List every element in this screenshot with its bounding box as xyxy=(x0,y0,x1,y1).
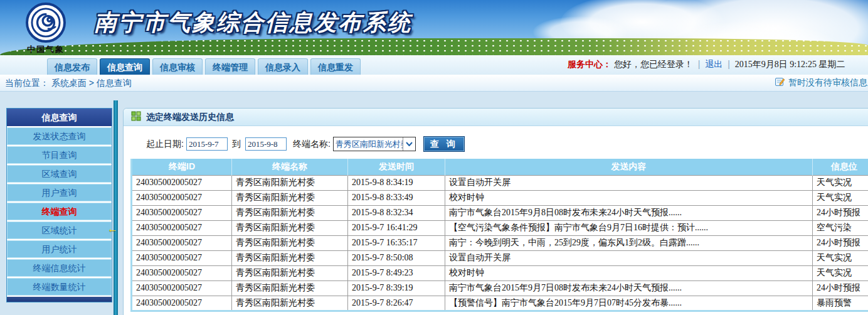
table-row: 240305002005027 青秀区南阳新光村委 2015-9-7 16:41… xyxy=(132,220,868,235)
cell-terminal-id: 240305002005027 xyxy=(132,190,232,205)
breadcrumb-path: 系统桌面 > 信息查询 xyxy=(51,78,132,88)
history-table: 终端ID 终端名称 发送时间 发送内容 信息位 240305002005027 … xyxy=(130,159,868,312)
cell-send-content: 南宁市气象台2015年9月8日08时发布未来24小时天气预报...... xyxy=(445,205,813,220)
cell-send-time: 2015-9-7 8:39:19 xyxy=(348,280,445,296)
cell-info-type: 空气污染 xyxy=(813,220,868,235)
nav-tabs: 信息发布 信息查询 信息审核 终端管理 信息录入 信息重发 xyxy=(47,58,361,75)
table-row: 240305002005027 青秀区南阳新光村委 2015-9-8 8:32:… xyxy=(132,205,868,220)
sidebar-divider: ← xyxy=(114,100,118,315)
cell-send-content: 南宁：今晚到明天，中雨，25到29度，偏东风1到2级。白露蹭...... xyxy=(445,235,813,250)
main-panel: 选定终端发送历史信息 起止日期: 到 终端名称: 青秀区南阳新光村委 查 询 终… xyxy=(123,108,868,315)
sidebar-item-terminal-info-stats[interactable]: 终端信息统计 xyxy=(7,259,112,277)
grass-decor xyxy=(0,38,868,55)
cell-send-content: 校对时钟 xyxy=(445,265,813,280)
cell-terminal-id: 240305002005027 xyxy=(132,235,232,250)
cell-send-content: 【空气污染气象条件预报】南宁市气象台9月7日16时提供：预计...... xyxy=(445,220,813,235)
table-header-row: 终端ID 终端名称 发送时间 发送内容 信息位 xyxy=(132,159,868,175)
tab-info-resend[interactable]: 信息重发 xyxy=(310,58,361,75)
logo: 中国气象 xyxy=(11,3,80,55)
login-greeting: 您好，您已经登录！ xyxy=(614,59,693,69)
cell-send-time: 2015-9-8 8:34:19 xyxy=(348,175,445,190)
date-range-label: 起止日期: xyxy=(146,139,184,150)
cell-send-content: 设置自动开关屏 xyxy=(445,250,813,265)
cell-info-type: 暴雨预警 xyxy=(813,296,868,311)
sidebar-item-region-stats[interactable]: 区域统计 xyxy=(7,222,112,239)
breadcrumb-bar: 当前位置： 系统桌面 > 信息查询 暂时没有待审核信息 xyxy=(0,75,868,92)
cell-send-time: 2015-9-7 8:26:47 xyxy=(348,296,445,311)
cell-terminal-name: 青秀区南阳新光村委 xyxy=(232,190,348,205)
sidebar: 信息查询 发送状态查询 节目查询 区域查询 用户查询 终端查询 区域统计 用户统… xyxy=(6,108,112,302)
table-row: 240305002005027 青秀区南阳新光村委 2015-9-7 8:39:… xyxy=(132,280,868,296)
cell-terminal-id: 240305002005027 xyxy=(132,220,232,235)
cell-terminal-id: 240305002005027 xyxy=(132,250,232,265)
cell-terminal-name: 青秀区南阳新光村委 xyxy=(232,296,348,311)
separator: | xyxy=(698,59,701,69)
to-label: 到 xyxy=(232,139,241,150)
chevron-down-icon xyxy=(403,137,415,151)
audit-notice-text: 暂时没有待审核信息 xyxy=(788,77,867,88)
terminal-select-value: 青秀区南阳新光村委 xyxy=(334,139,403,150)
tab-info-audit[interactable]: 信息审核 xyxy=(152,58,203,75)
terminal-select[interactable]: 青秀区南阳新光村委 xyxy=(333,137,416,151)
logo-text: 中国气象 xyxy=(11,44,80,55)
tab-terminal-manage[interactable]: 终端管理 xyxy=(205,58,255,75)
sidebar-item-region-query[interactable]: 区域查询 xyxy=(7,165,112,183)
audit-notice: 暂时没有待审核信息 xyxy=(775,77,867,88)
cell-send-time: 2015-9-8 8:32:34 xyxy=(348,205,445,220)
breadcrumb: 当前位置： 系统桌面 > 信息查询 xyxy=(5,78,132,89)
cell-send-time: 2015-9-8 8:33:49 xyxy=(348,190,445,205)
cell-send-time: 2015-9-7 16:41:29 xyxy=(348,220,445,235)
logout-link[interactable]: 退出 xyxy=(705,59,722,69)
date-from-input[interactable] xyxy=(186,137,228,151)
col-terminal-name: 终端名称 xyxy=(232,159,348,175)
grid-icon xyxy=(131,111,141,124)
table-row: 240305002005027 青秀区南阳新光村委 2015-9-7 8:49:… xyxy=(132,265,868,280)
cell-terminal-id: 240305002005027 xyxy=(132,296,232,311)
query-button[interactable]: 查 询 xyxy=(423,136,465,152)
cell-terminal-name: 青秀区南阳新光村委 xyxy=(232,220,348,235)
breadcrumb-label: 当前位置： xyxy=(5,78,49,88)
sidebar-item-user-stats[interactable]: 用户统计 xyxy=(7,240,112,258)
cell-info-type: 天气实况 xyxy=(813,190,868,205)
cell-send-content: 设置自动开关屏 xyxy=(445,175,813,190)
table-row: 240305002005027 青秀区南阳新光村委 2015-9-8 8:33:… xyxy=(132,190,868,205)
col-info-type: 信息位 xyxy=(813,159,868,175)
cell-info-type: 24小时预报 xyxy=(813,280,868,296)
table-head: 终端ID 终端名称 发送时间 发送内容 信息位 xyxy=(132,159,868,175)
datetime-display: 2015年9月8日 9:12:25 星期二 xyxy=(735,60,845,69)
tab-info-publish[interactable]: 信息发布 xyxy=(47,58,97,75)
sidebar-item-program-query[interactable]: 节目查询 xyxy=(7,146,112,164)
terminal-name-label: 终端名称: xyxy=(293,139,331,150)
cell-terminal-name: 青秀区南阳新光村委 xyxy=(232,235,348,250)
header-banner: 中国气象 南宁市气象综合信息发布系统 xyxy=(0,0,868,55)
query-form: 起止日期: 到 终端名称: 青秀区南阳新光村委 查 询 xyxy=(146,136,868,152)
cell-info-type: 天气实况 xyxy=(813,175,868,190)
date-to-input[interactable] xyxy=(245,137,287,151)
collapse-arrow-icon[interactable]: ← xyxy=(107,225,118,233)
notepad-icon xyxy=(775,77,785,88)
cell-send-time: 2015-9-7 8:49:23 xyxy=(348,265,445,280)
tab-info-entry[interactable]: 信息录入 xyxy=(258,58,308,75)
cell-terminal-name: 青秀区南阳新光村委 xyxy=(232,280,348,296)
cell-terminal-name: 青秀区南阳新光村委 xyxy=(232,175,348,190)
cell-info-type: 天气实况 xyxy=(813,265,868,280)
cell-terminal-name: 青秀区南阳新光村委 xyxy=(232,205,348,220)
cell-send-content: 【预警信号】南宁市气象台2015年9月7日07时45分发布暴...... xyxy=(445,296,813,311)
tab-info-query[interactable]: 信息查询 xyxy=(100,58,150,75)
sidebar-title: 信息查询 xyxy=(7,109,112,126)
cell-info-type: 天气实况 xyxy=(813,250,868,265)
sidebar-item-send-status-query[interactable]: 发送状态查询 xyxy=(7,127,112,145)
table-row: 240305002005027 青秀区南阳新光村委 2015-9-8 8:34:… xyxy=(132,175,868,190)
cell-send-time: 2015-9-7 16:35:17 xyxy=(348,235,445,250)
cell-terminal-id: 240305002005027 xyxy=(132,205,232,220)
cell-send-content: 校对时钟 xyxy=(445,190,813,205)
col-send-time: 发送时间 xyxy=(348,159,445,175)
cell-send-time: 2015-9-7 8:50:08 xyxy=(348,250,445,265)
sidebar-item-terminal-query[interactable]: 终端查询 xyxy=(7,203,112,220)
sidebar-item-terminal-count-stats[interactable]: 终端数量统计 xyxy=(7,278,112,296)
sidebar-item-user-query[interactable]: 用户查询 xyxy=(7,184,112,201)
cell-info-type: 24小时预报 xyxy=(813,205,868,220)
table-row: 240305002005027 青秀区南阳新光村委 2015-9-7 16:35… xyxy=(132,235,868,250)
site-title: 南宁市气象综合信息发布系统 xyxy=(94,8,412,38)
cell-terminal-id: 240305002005027 xyxy=(132,265,232,280)
